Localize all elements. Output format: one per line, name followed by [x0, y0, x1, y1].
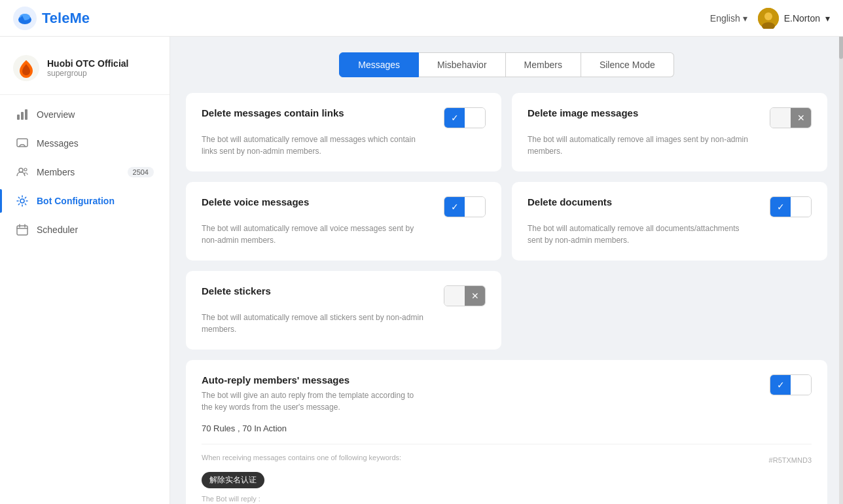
- feature-cards-grid: Delete messages contain links ✓ The bot …: [186, 93, 827, 261]
- tab-misbehavior[interactable]: Misbehavior: [419, 52, 505, 77]
- toggle-off-side: ✕: [791, 108, 811, 128]
- card-delete-images-desc: The bot will automatically remove all im…: [528, 134, 750, 157]
- members-badge: 2504: [128, 167, 154, 177]
- logo-icon: [13, 7, 37, 30]
- sidebar-item-scheduler[interactable]: Scheduler: [0, 215, 170, 244]
- topbar: TeleMe English ▾ E.Norton ▾: [0, 0, 843, 37]
- language-selector[interactable]: English ▾: [710, 13, 747, 24]
- toggle-off-side: [465, 108, 485, 128]
- toggle-on-side: ✓: [444, 108, 465, 128]
- content-area: Messages Misbehavior Members Silence Mod…: [170, 37, 843, 504]
- sidebar-item-bot-config[interactable]: Bot Configuration: [0, 187, 170, 215]
- group-name: Huobi OTC Official: [47, 58, 128, 69]
- toggle-on-side: [444, 286, 465, 306]
- toggle-on-side: ✓: [770, 375, 791, 395]
- svg-rect-11: [17, 139, 27, 147]
- card-delete-stickers-desc: The bot will automatically remove all st…: [202, 312, 424, 335]
- toggle-delete-docs[interactable]: ✓: [770, 196, 812, 217]
- group-text: Huobi OTC Official supergroup: [47, 58, 128, 78]
- tab-silence-mode[interactable]: Silence Mode: [581, 52, 674, 77]
- rule-id: #R5TXMND3: [769, 456, 812, 464]
- calendar-icon: [16, 223, 29, 236]
- toggle-off-side: [791, 197, 811, 217]
- empty-placeholder: [512, 271, 827, 350]
- card-delete-docs-header: Delete documents ✓: [528, 196, 812, 217]
- card-auto-reply-header: Auto-reply members' messages The bot wil…: [202, 374, 812, 418]
- card-delete-voice-header: Delete voice messages ✓: [202, 196, 486, 217]
- card-delete-voice: Delete voice messages ✓ The bot will aut…: [186, 182, 501, 261]
- tab-messages[interactable]: Messages: [339, 52, 419, 77]
- scrollbar[interactable]: [839, 37, 843, 504]
- members-icon: [16, 166, 29, 179]
- svg-point-5: [764, 12, 772, 20]
- card-delete-links: Delete messages contain links ✓ The bot …: [186, 93, 501, 171]
- rule-header: When receiving messages contains one of …: [202, 454, 812, 467]
- card-delete-links-desc: The bot will automatically remove all me…: [202, 134, 424, 157]
- svg-point-13: [24, 168, 27, 171]
- toggle-delete-links[interactable]: ✓: [444, 107, 486, 128]
- chart-icon: [16, 108, 29, 121]
- user-menu[interactable]: E.Norton ▾: [758, 8, 830, 29]
- user-name: E.Norton: [784, 13, 820, 24]
- message-icon: [16, 137, 29, 150]
- card-delete-images-header: Delete image messages ✕: [528, 107, 812, 128]
- sidebar-item-overview[interactable]: Overview: [0, 100, 170, 129]
- card-delete-voice-desc: The bot will automatically remove all vo…: [202, 223, 424, 246]
- scroll-thumb: [839, 37, 843, 59]
- sidebar-item-messages-label: Messages: [37, 138, 79, 149]
- toggle-off-side: ✕: [465, 286, 485, 306]
- topbar-right: English ▾ E.Norton ▾: [710, 8, 830, 29]
- group-type: supergroup: [47, 69, 128, 78]
- group-icon: [13, 55, 39, 81]
- svg-rect-15: [17, 226, 27, 235]
- sidebar-item-messages[interactable]: Messages: [0, 129, 170, 158]
- rule-section: When receiving messages contains one of …: [202, 444, 812, 504]
- card-auto-reply-desc: The bot will give an auto reply from the…: [202, 389, 424, 413]
- toggle-on-side: [770, 108, 791, 128]
- card-delete-stickers: Delete stickers ✕ The bot will automatic…: [186, 271, 501, 350]
- svg-rect-9: [21, 112, 24, 120]
- card-delete-stickers-title: Delete stickers: [202, 285, 271, 297]
- toggle-off-side: [465, 197, 485, 217]
- tab-members[interactable]: Members: [506, 52, 581, 77]
- card-delete-links-header: Delete messages contain links ✓: [202, 107, 486, 128]
- card-delete-stickers-header: Delete stickers ✕: [202, 285, 486, 306]
- toggle-auto-reply[interactable]: ✓: [770, 374, 812, 395]
- logo-text: TeleMe: [42, 10, 90, 27]
- toggle-off-side: [791, 375, 811, 395]
- chevron-down-icon: ▾: [743, 13, 747, 24]
- sidebar-item-scheduler-label: Scheduler: [37, 225, 78, 235]
- gear-icon: [16, 194, 29, 207]
- svg-rect-10: [25, 109, 27, 120]
- svg-rect-8: [17, 115, 20, 120]
- sidebar: Huobi OTC Official supergroup Overview: [0, 37, 170, 504]
- card-auto-reply: Auto-reply members' messages The bot wil…: [186, 360, 827, 504]
- sidebar-item-members-label: Members: [37, 167, 75, 177]
- group-info: Huobi OTC Official supergroup: [0, 47, 170, 95]
- card-delete-voice-title: Delete voice messages: [202, 196, 309, 207]
- toggle-delete-stickers[interactable]: ✕: [444, 285, 486, 306]
- card-auto-reply-title-area: Auto-reply members' messages The bot wil…: [202, 374, 424, 418]
- card-delete-docs: Delete documents ✓ The bot will automati…: [512, 182, 827, 261]
- card-delete-images-title: Delete image messages: [528, 107, 638, 118]
- card-auto-reply-title: Auto-reply members' messages: [202, 374, 424, 386]
- sidebar-item-members[interactable]: Members 2504: [0, 158, 170, 187]
- keyword-tag-wrapper: 解除实名认证: [202, 472, 812, 495]
- toggle-on-side: ✓: [444, 197, 465, 217]
- sidebar-nav: Overview Messages Members 2504: [0, 100, 170, 244]
- rules-count: 70 Rules , 70 In Action: [202, 423, 812, 433]
- tab-bar: Messages Misbehavior Members Silence Mod…: [186, 52, 827, 77]
- main-layout: Huobi OTC Official supergroup Overview: [0, 37, 843, 504]
- toggle-delete-images[interactable]: ✕: [770, 107, 812, 128]
- reply-label: The Bot will reply :: [202, 495, 812, 503]
- svg-point-12: [19, 168, 23, 172]
- card-delete-docs-desc: The bot will automatically remove all do…: [528, 223, 750, 246]
- svg-point-14: [20, 199, 24, 203]
- sidebar-item-bot-config-label: Bot Configuration: [37, 196, 115, 206]
- lang-label: English: [710, 13, 740, 24]
- card-delete-docs-title: Delete documents: [528, 196, 612, 207]
- keyword-tag: 解除实名认证: [202, 472, 264, 488]
- logo: TeleMe: [13, 7, 90, 30]
- toggle-delete-voice[interactable]: ✓: [444, 196, 486, 217]
- keyword-label: When receiving messages contains one of …: [202, 454, 401, 461]
